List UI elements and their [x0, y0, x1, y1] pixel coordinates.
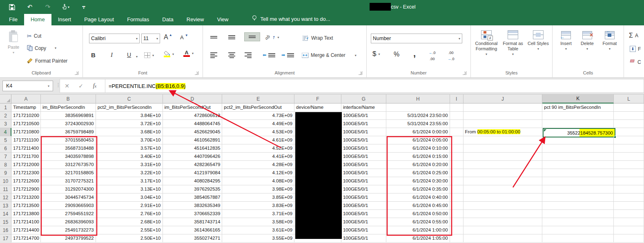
cell-A17[interactable]: 1717214700: [11, 234, 41, 243]
cell-K1[interactable]: pct 90 im_BitsPerSecondIn: [542, 104, 614, 112]
orientation-button[interactable]: ab ↗ ▾: [265, 34, 279, 40]
column-header-H[interactable]: H: [386, 94, 450, 104]
format-as-table-button[interactable]: Format as Table▾: [500, 30, 526, 57]
font-color-button[interactable]: A ▾: [183, 50, 194, 57]
row-header-5[interactable]: 5: [0, 136, 11, 144]
cell-C4[interactable]: 3.68E+10: [96, 128, 163, 136]
cell-D17[interactable]: 3550274271: [163, 234, 223, 243]
cell-C7[interactable]: 3.40E+10: [96, 153, 163, 161]
cell-B5[interactable]: 37015580453: [41, 136, 96, 144]
cell-A9[interactable]: 1717212300: [11, 169, 41, 177]
cell-H2[interactable]: 5/31/2024 23:50:00: [386, 112, 450, 120]
cell-K12[interactable]: [542, 194, 614, 202]
cell-L16[interactable]: [614, 226, 644, 234]
cell-J1[interactable]: [464, 104, 543, 112]
row-header-2[interactable]: 2: [0, 112, 11, 120]
row-header-3[interactable]: 3: [0, 120, 11, 128]
column-header-L[interactable]: L: [614, 94, 644, 104]
merge-center-button[interactable]: Merge & Center ▾: [302, 52, 357, 58]
cell-J13[interactable]: [464, 202, 543, 210]
cell-J11[interactable]: [464, 185, 543, 194]
cell-I7[interactable]: [450, 153, 464, 161]
cell-L17[interactable]: [614, 234, 644, 243]
cell-C3[interactable]: 3.72E+10: [96, 120, 163, 128]
cell-A3[interactable]: 1717210500: [11, 120, 41, 128]
name-box[interactable]: K4 ▾: [2, 81, 53, 91]
tab-home[interactable]: Home: [24, 14, 51, 25]
row-header-13[interactable]: 13: [0, 202, 11, 210]
cell-K17[interactable]: [542, 234, 614, 243]
cell-D6[interactable]: 4516412835: [163, 144, 223, 153]
cell-K5[interactable]: [542, 136, 614, 144]
cell-C16[interactable]: 2.55E+10: [96, 226, 163, 234]
row-header-8[interactable]: 8: [0, 161, 11, 169]
cell-G9[interactable]: 100GE5/0/1: [341, 169, 386, 177]
align-left-button[interactable]: [210, 52, 217, 58]
cell-C11[interactable]: 3.13E+10: [96, 185, 163, 194]
delete-cells-button[interactable]: ✕ Delete▾: [578, 31, 597, 52]
cell-A13[interactable]: 1717213500: [11, 202, 41, 210]
tab-insert[interactable]: Insert: [51, 14, 78, 25]
cell-G14[interactable]: 100GE5/0/1: [341, 210, 386, 218]
cell-C10[interactable]: 3.17E+10: [96, 177, 163, 185]
cell-A7[interactable]: 1717211700: [11, 153, 41, 161]
cell-G7[interactable]: 100GE5/0/1: [341, 153, 386, 161]
tab-view[interactable]: View: [210, 14, 235, 25]
cell-E7[interactable]: 4.41E+09: [222, 153, 294, 161]
underline-button[interactable]: U: [127, 52, 131, 58]
cell-J5[interactable]: [464, 136, 543, 144]
cell-E4[interactable]: 4.53E+09: [222, 128, 294, 136]
cell-I14[interactable]: [450, 210, 464, 218]
cell-D9[interactable]: 4121979084: [163, 169, 223, 177]
fill-handle[interactable]: [614, 136, 616, 138]
tab-page-layout[interactable]: Page Layout: [78, 14, 120, 25]
cell-L9[interactable]: [614, 169, 644, 177]
cell-B17[interactable]: 24973799522: [41, 234, 96, 243]
select-all-corner[interactable]: [0, 94, 11, 104]
middle-align-button[interactable]: [228, 35, 235, 39]
cell-H3[interactable]: 5/31/2024 23:55:00: [386, 120, 450, 128]
cell-I2[interactable]: [450, 112, 464, 120]
cell-B16[interactable]: 25491732273: [41, 226, 96, 234]
cell-K3[interactable]: [542, 120, 614, 128]
cell-I5[interactable]: [450, 136, 464, 144]
cell-H7[interactable]: 6/1/2024 0:15:00: [386, 153, 450, 161]
cell-L14[interactable]: [614, 210, 644, 218]
clipboard-dialog-launcher-icon[interactable]: [75, 71, 78, 75]
cell-J16[interactable]: [464, 226, 543, 234]
increase-indent-button[interactable]: ➡: [281, 52, 294, 58]
cell-B12[interactable]: 30445745734: [41, 194, 96, 202]
row-header-16[interactable]: 16: [0, 226, 11, 234]
tab-formulas[interactable]: Formulas: [120, 14, 156, 25]
cell-C1[interactable]: pct2_im_BitsPerSecondIn: [96, 104, 163, 112]
cell-K14[interactable]: [542, 210, 614, 218]
cell-A15[interactable]: 1717214100: [11, 218, 41, 226]
cell-H6[interactable]: 6/1/2024 0:10:00: [386, 144, 450, 153]
cell-A11[interactable]: 1717212900: [11, 185, 41, 194]
cell-K2[interactable]: [542, 112, 614, 120]
align-center-button[interactable]: [228, 52, 235, 58]
cell-A14[interactable]: 1717213800: [11, 210, 41, 218]
formula-input[interactable]: =PERCENTILE.INC(B5:B16,0.9): [109, 83, 185, 89]
row-header-9[interactable]: 9: [0, 169, 11, 177]
touch-mode-icon[interactable]: ▾: [62, 3, 69, 11]
cell-J17[interactable]: [464, 234, 543, 243]
column-header-A[interactable]: A: [11, 94, 41, 104]
row-header-1[interactable]: 1: [0, 104, 11, 112]
column-header-K[interactable]: K: [542, 94, 614, 104]
percent-button[interactable]: %: [394, 51, 399, 58]
cell-L6[interactable]: [614, 144, 644, 153]
tell-me-box[interactable]: Tell me what you want to do...: [252, 15, 330, 25]
row-header-17[interactable]: 17: [0, 234, 11, 243]
cell-K10[interactable]: [542, 177, 614, 185]
cell-D15[interactable]: 3581743714: [163, 218, 223, 226]
cell-G12[interactable]: 100GE5/0/1: [341, 194, 386, 202]
cell-E2[interactable]: 4.73E+09: [222, 112, 294, 120]
cell-E14[interactable]: 3.71E+09: [222, 210, 294, 218]
cell-H5[interactable]: 6/1/2024 0:05:00: [386, 136, 450, 144]
row-header-14[interactable]: 14: [0, 210, 11, 218]
column-header-E[interactable]: E: [222, 94, 294, 104]
cell-C14[interactable]: 2.76E+10: [96, 210, 163, 218]
number-format-select[interactable]: Number▾: [371, 34, 462, 43]
cell-B7[interactable]: 34035978898: [41, 153, 96, 161]
